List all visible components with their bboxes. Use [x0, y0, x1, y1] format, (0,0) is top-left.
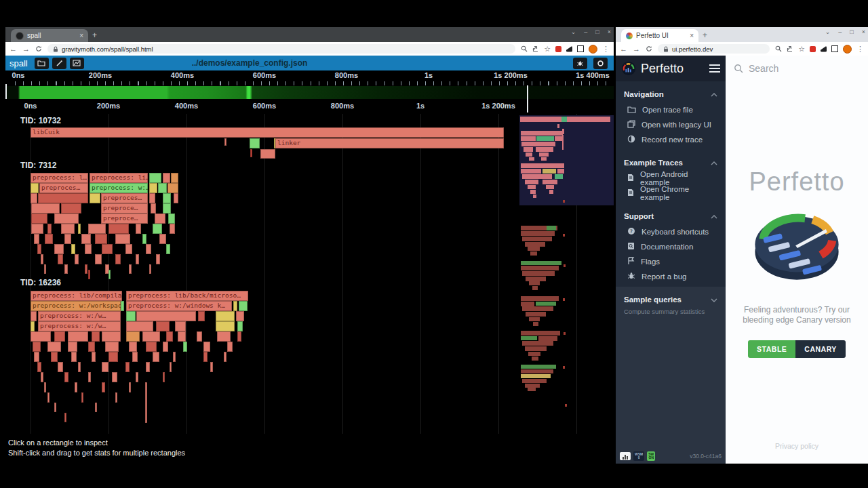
- minimize-icon[interactable]: –: [584, 28, 587, 35]
- address-bar[interactable]: ui.perfetto.dev: [658, 44, 770, 54]
- forward-icon[interactable]: →: [633, 45, 640, 53]
- flame-bar[interactable]: [92, 352, 96, 362]
- flame-bar[interactable]: [47, 342, 61, 352]
- flame-bar[interactable]: [33, 342, 41, 352]
- flame-bar[interactable]: [54, 331, 65, 342]
- flame-bar[interactable]: [85, 244, 92, 254]
- flame-bar[interactable]: [163, 372, 165, 382]
- flame-bar[interactable]: [178, 331, 186, 342]
- flame-bar[interactable]: [47, 224, 52, 234]
- tab-close-icon[interactable]: ×: [690, 32, 694, 39]
- flame-bar[interactable]: [85, 264, 87, 274]
- flame-bar[interactable]: libCuik: [31, 127, 504, 138]
- new-tab-button[interactable]: +: [703, 30, 707, 40]
- reload-icon[interactable]: [646, 45, 652, 52]
- menu-kebab-icon[interactable]: ⋮: [856, 45, 864, 53]
- flame-bar[interactable]: [210, 362, 213, 372]
- flame-bar[interactable]: [237, 331, 241, 342]
- flame-bar[interactable]: [44, 264, 46, 274]
- flame-bar[interactable]: [126, 321, 153, 331]
- sidebar-item-flags[interactable]: Flags: [624, 254, 717, 269]
- chevron-up-icon[interactable]: [711, 212, 717, 220]
- flame-bar[interactable]: [78, 362, 81, 372]
- flame-bar[interactable]: [64, 264, 68, 274]
- flame-bar[interactable]: [163, 173, 170, 183]
- flame-bar[interactable]: [102, 331, 121, 342]
- flame-bar[interactable]: [216, 311, 235, 321]
- flame-bar[interactable]: [224, 352, 226, 362]
- flame-bar[interactable]: [171, 173, 178, 183]
- chevron-down-icon[interactable]: [711, 296, 717, 304]
- flame-bar[interactable]: [54, 214, 79, 224]
- flame-bar[interactable]: [31, 183, 39, 193]
- flame-bar[interactable]: [136, 224, 141, 234]
- flame-bar[interactable]: [153, 224, 162, 234]
- menu-kebab-icon[interactable]: ⋮: [602, 45, 610, 53]
- flame-bar[interactable]: [31, 311, 37, 321]
- flame-bar[interactable]: preproces…: [39, 183, 88, 193]
- flame-bar[interactable]: [167, 183, 178, 193]
- flame-bar[interactable]: [88, 224, 106, 234]
- flame-bar[interactable]: [31, 193, 37, 203]
- flame-bar[interactable]: [198, 311, 205, 321]
- search-bar[interactable]: Search: [726, 56, 868, 81]
- maximize-icon[interactable]: □: [595, 28, 599, 35]
- flame-bar[interactable]: [146, 244, 151, 254]
- extension-red-icon[interactable]: [555, 46, 561, 52]
- flame-bar[interactable]: [142, 234, 146, 244]
- flame-bar[interactable]: [68, 331, 88, 342]
- flame-bar[interactable]: [250, 138, 260, 148]
- window-dropdown-icon[interactable]: ⌄: [571, 28, 576, 35]
- flame-bar[interactable]: [115, 234, 130, 244]
- flame-bar[interactable]: [45, 234, 53, 244]
- flame-bar[interactable]: [34, 352, 39, 362]
- flame-bar[interactable]: [170, 224, 175, 234]
- flame-bar[interactable]: preprocess: lib/compila…: [31, 291, 122, 301]
- flame-bar[interactable]: [136, 254, 139, 264]
- flame-bar[interactable]: [34, 234, 39, 244]
- flame-bar[interactable]: preprocess: w:…: [90, 183, 148, 193]
- stats-button[interactable]: [70, 58, 84, 69]
- zoom-icon[interactable]: [775, 45, 782, 52]
- flame-bar[interactable]: [51, 352, 58, 362]
- flame-bar[interactable]: [37, 362, 41, 372]
- extension-red-icon[interactable]: [810, 46, 816, 52]
- sidebar-section-header[interactable]: Sample queries: [624, 296, 717, 304]
- flame-bar[interactable]: [78, 224, 81, 234]
- flame-bar[interactable]: [102, 382, 105, 392]
- metrics-badge[interactable]: [620, 452, 631, 460]
- flame-bar[interactable]: [115, 392, 117, 403]
- flame-bar[interactable]: [71, 244, 75, 254]
- flame-bar[interactable]: [156, 321, 170, 331]
- maximize-icon[interactable]: □: [850, 28, 853, 35]
- flame-bar[interactable]: [61, 203, 81, 214]
- new-tab-button[interactable]: +: [92, 30, 97, 40]
- flame-bar[interactable]: [125, 244, 132, 254]
- flame-bar[interactable]: [142, 331, 160, 342]
- sidebar-section-header[interactable]: Support: [624, 212, 717, 220]
- flame-bar[interactable]: [163, 193, 171, 203]
- minimize-icon[interactable]: –: [838, 28, 842, 35]
- flame-bar[interactable]: [108, 270, 111, 279]
- flame-bar[interactable]: [54, 244, 64, 254]
- flame-bar[interactable]: [163, 342, 168, 352]
- flame-bar[interactable]: [250, 149, 252, 157]
- reload-icon[interactable]: [35, 45, 42, 52]
- flame-bar[interactable]: [68, 342, 77, 352]
- flame-bar[interactable]: [149, 193, 155, 203]
- flame-bar[interactable]: preprocess: w:/windows k…: [126, 301, 232, 311]
- flame-bar[interactable]: [237, 321, 243, 331]
- extension-box-icon[interactable]: [831, 45, 838, 52]
- address-bar[interactable]: gravitymoth.com/spall/spall.html: [47, 44, 515, 54]
- browser-tab-spall[interactable]: spall ×: [11, 29, 88, 42]
- flame-bar[interactable]: [146, 342, 157, 352]
- flame-bar[interactable]: [151, 203, 156, 214]
- flame-bar[interactable]: [149, 183, 157, 193]
- flame-bar[interactable]: preproces…: [101, 193, 148, 203]
- flame-bar[interactable]: [58, 362, 63, 372]
- sidebar-item-record-new-trace[interactable]: Record new trace: [624, 132, 717, 147]
- flame-bar[interactable]: [61, 224, 75, 234]
- close-icon[interactable]: ×: [862, 28, 865, 35]
- flame-bar[interactable]: [108, 224, 129, 234]
- flame-bar[interactable]: preprocess: li…: [90, 173, 148, 183]
